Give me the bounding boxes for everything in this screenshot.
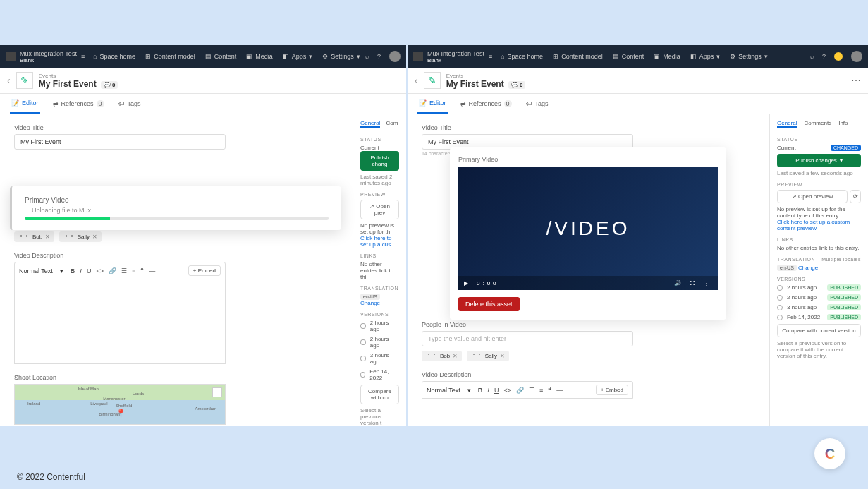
search-icon[interactable]: ⌕: [810, 53, 814, 60]
embed-button[interactable]: + Embed: [596, 385, 628, 395]
tab-comments-partial[interactable]: Com: [386, 120, 398, 128]
code-button[interactable]: <>: [96, 267, 104, 274]
underline-button[interactable]: U: [494, 387, 499, 394]
quote-button[interactable]: ❝: [140, 267, 144, 274]
comment-badge[interactable]: 💬 0: [101, 81, 118, 89]
avatar[interactable]: [851, 51, 862, 62]
open-preview-button[interactable]: ↗ Open preview: [777, 190, 848, 203]
back-button[interactable]: ‹: [7, 75, 11, 86]
locale-dropdown[interactable]: Multiple locales: [821, 257, 861, 262]
nav-media[interactable]: ▣Media: [246, 53, 273, 60]
tab-general[interactable]: General: [777, 120, 797, 128]
breadcrumb[interactable]: Events: [39, 73, 118, 79]
tab-general[interactable]: General: [360, 120, 380, 128]
version-row[interactable]: 2 hours ago: [360, 336, 399, 349]
italic-button[interactable]: I: [487, 387, 489, 394]
nav-space-home[interactable]: ⌂Space home: [93, 53, 135, 60]
tag-bob[interactable]: ⋮⋮Bob✕: [422, 351, 462, 361]
video-title-input[interactable]: My First Event: [14, 134, 226, 150]
ol-button[interactable]: ≡: [132, 267, 135, 274]
tab-info[interactable]: Info: [838, 120, 848, 128]
quote-button[interactable]: ❝: [548, 387, 551, 394]
setup-preview-link[interactable]: Click here to set up a cus: [360, 235, 399, 248]
comment-badge[interactable]: 💬 0: [508, 81, 526, 89]
rte-editor[interactable]: [14, 279, 226, 364]
more-icon[interactable]: ⋮: [704, 280, 712, 286]
nav-settings[interactable]: ⚙Settings ▾: [730, 53, 768, 60]
nav-apps[interactable]: ◧Apps ▾: [690, 53, 721, 60]
version-row[interactable]: 2 hours agoPUBLISHED: [777, 294, 861, 301]
nav-content[interactable]: ▤Content: [205, 53, 237, 60]
more-menu[interactable]: ⋯: [851, 75, 861, 86]
avatar[interactable]: [389, 51, 401, 62]
radio-icon[interactable]: [360, 339, 366, 345]
hr-button[interactable]: —: [149, 267, 155, 274]
tab-comments[interactable]: Comments: [804, 120, 831, 128]
nav-content-model[interactable]: ⊞Content model: [145, 53, 195, 60]
breadcrumb[interactable]: Events: [446, 73, 526, 79]
remove-tag-icon[interactable]: ✕: [92, 234, 97, 240]
remove-tag-icon[interactable]: ✕: [500, 353, 505, 359]
tag-bob[interactable]: ⋮⋮Bob✕: [14, 231, 54, 242]
text-style-dropdown[interactable]: Normal Text: [427, 387, 460, 394]
publish-button[interactable]: Publish chang: [360, 151, 399, 171]
people-input[interactable]: Type the value and hit enter: [422, 331, 633, 346]
hr-button[interactable]: —: [556, 387, 563, 394]
nav-content[interactable]: ▤Content: [613, 53, 644, 60]
version-row[interactable]: 3 hours agoPUBLISHED: [777, 304, 861, 310]
radio-icon[interactable]: [777, 315, 783, 320]
embed-button[interactable]: + Embed: [188, 265, 221, 276]
ol-button[interactable]: ≡: [539, 387, 543, 394]
volume-icon[interactable]: 🔊: [674, 280, 684, 286]
version-row[interactable]: Feb 14, 2022PUBLISHED: [777, 314, 861, 320]
help-icon[interactable]: ?: [377, 53, 381, 60]
tag-sally[interactable]: ⋮⋮Sally✕: [467, 351, 509, 361]
remove-tag-icon[interactable]: ✕: [453, 353, 458, 359]
version-row[interactable]: 2 hours ago: [360, 320, 399, 332]
change-locale-link[interactable]: Change: [360, 300, 380, 306]
nav-media[interactable]: ▣Media: [654, 53, 680, 60]
link-button[interactable]: 🔗: [109, 267, 116, 274]
italic-button[interactable]: I: [80, 267, 82, 274]
publish-button[interactable]: Publish changes▾: [777, 154, 861, 167]
tag-sally[interactable]: ⋮⋮Sally✕: [59, 231, 102, 242]
nav-apps[interactable]: ◧Apps ▾: [283, 53, 313, 60]
text-style-dropdown[interactable]: Normal Text: [19, 267, 53, 274]
version-row[interactable]: 3 hours ago: [360, 352, 399, 365]
ul-button[interactable]: ☰: [529, 387, 534, 394]
compare-button[interactable]: Compare with cu: [360, 385, 399, 404]
app-switcher-icon[interactable]: [6, 52, 16, 61]
radio-icon[interactable]: [360, 323, 366, 329]
delete-asset-button[interactable]: Delete this asset: [458, 297, 520, 311]
fullscreen-icon[interactable]: [212, 387, 222, 397]
search-icon[interactable]: ⌕: [365, 53, 369, 60]
nav-content-model[interactable]: ⊞Content model: [553, 53, 603, 60]
notification-icon[interactable]: [834, 52, 843, 61]
tab-references[interactable]: ⇄References 0: [51, 94, 106, 114]
version-row[interactable]: Feb 14, 2022: [360, 368, 399, 381]
brand[interactable]: Mux Integration Test Blank ≡: [6, 50, 85, 64]
compare-button[interactable]: Compare with current version: [777, 324, 861, 337]
tab-editor[interactable]: 📝Editor: [417, 94, 448, 114]
hamburger-icon[interactable]: ≡: [489, 53, 492, 60]
tab-references[interactable]: ⇄References 0: [459, 94, 513, 114]
radio-icon[interactable]: [360, 372, 365, 378]
tab-editor[interactable]: 📝Editor: [10, 94, 40, 114]
bold-button[interactable]: B: [71, 267, 75, 274]
play-icon[interactable]: ▶: [464, 280, 471, 286]
video-player[interactable]: /VIDEO ▶ 0:00 🔊 ⛶ ⋮: [458, 167, 718, 290]
version-row[interactable]: 2 hours agoPUBLISHED: [777, 284, 861, 291]
locale-pill[interactable]: en-US: [777, 265, 797, 271]
fullscreen-icon[interactable]: ⛶: [690, 280, 698, 286]
setup-preview-link[interactable]: Click here to set up a custom content pr…: [777, 219, 861, 231]
nav-settings[interactable]: ⚙Settings ▾: [322, 53, 360, 60]
change-locale-link[interactable]: Change: [798, 265, 818, 271]
locale-pill[interactable]: en-US: [360, 294, 380, 300]
back-button[interactable]: ‹: [415, 75, 418, 86]
brand[interactable]: Mux Integration Test Blank ≡: [413, 50, 492, 64]
tab-tags[interactable]: 🏷Tags: [525, 94, 550, 114]
radio-icon[interactable]: [777, 305, 783, 310]
link-button[interactable]: 🔗: [516, 387, 524, 394]
ul-button[interactable]: ☰: [121, 267, 127, 274]
app-switcher-icon[interactable]: [413, 52, 423, 61]
